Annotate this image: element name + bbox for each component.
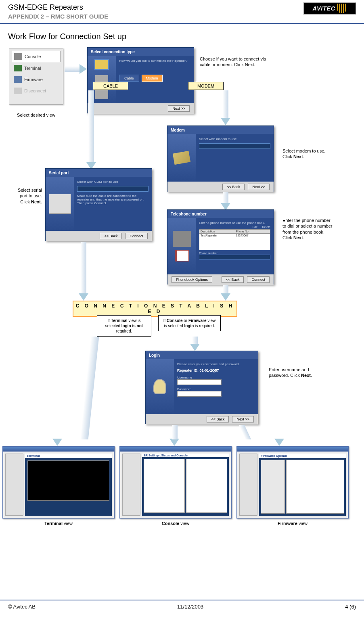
arrow-shaft [81, 242, 86, 294]
modem-card-icon [173, 151, 190, 165]
wizard-desc: Select wich COM port to use [77, 180, 149, 184]
delete-link: Delete [262, 226, 270, 228]
arrow-shaft [172, 425, 178, 439]
modem-label: MODEM [188, 82, 224, 90]
firmware-view-caption: Firmware view [236, 521, 349, 526]
wizard-serial-port: Serial port Select wich COM port to use … [45, 168, 152, 241]
footer-copyright: © Avitec AB [8, 604, 36, 610]
console-note-box: If Console or Firmware view is selected … [158, 315, 221, 331]
connect-button: Connect [125, 233, 148, 239]
terminal-note-box: If Terminal view is selected login is no… [97, 315, 151, 337]
login-note: Enter username and password. Click Next. [269, 367, 321, 379]
back-button: << Back [207, 416, 229, 422]
wizard-connection-type: Select connection type How would you lik… [87, 47, 194, 113]
phonebook-icon [175, 250, 189, 261]
wizard-title: Serial port [46, 169, 152, 177]
wizard-desc: Please enter your username and password. [177, 362, 255, 366]
arrow-shaft [65, 66, 80, 72]
footer-date: 11/12/2003 [177, 604, 203, 610]
logo: AVITEC [303, 2, 356, 15]
wizard-desc: Enter a phone number or use the phone bo… [199, 221, 270, 225]
arrow-shaft [192, 337, 198, 345]
repeater-id: Repeater ID: 01-01-2Q57 [177, 368, 255, 372]
sidebar-views-image: Console Terminal Firmware Disconnect [9, 48, 63, 105]
terminal-view-screenshot: Terminal [2, 446, 115, 519]
arrow-icon [221, 293, 230, 301]
serial-note: Select serial port to use. Click Next. [15, 187, 42, 205]
sidebar-caption: Select desired view [9, 113, 63, 117]
arrow-shaft [88, 90, 94, 163]
arrow-icon [221, 118, 230, 125]
back-button: << Back [222, 184, 245, 190]
wizard-desc2: Make sure the cable are connected to the… [77, 194, 149, 205]
phone-note: Enter the phone number to dial or select… [282, 217, 335, 240]
keypad-icon [173, 231, 191, 247]
logo-icon [337, 4, 347, 13]
arrow-shaft [80, 337, 99, 439]
next-button: Next >> [168, 105, 190, 112]
wizard-telephone: Telephone number Enter a phone number or… [167, 209, 274, 284]
arrow-icon [79, 293, 88, 301]
password-field [177, 391, 222, 397]
arrow-shaft [239, 425, 251, 439]
arrow-icon [190, 344, 200, 351]
sidebar-disconnect: Disconnect [12, 86, 61, 96]
logo-text: AVITEC [313, 5, 335, 12]
username-field [177, 379, 222, 385]
wizard-title: Telephone number [167, 210, 274, 218]
section-title: Work Flow for Connection Set up [8, 32, 356, 41]
arrow-shaft [223, 90, 228, 119]
sidebar-console: Console [12, 51, 61, 62]
wizard-login: Login Please enter your username and pas… [145, 351, 258, 424]
next-button: Next >> [232, 416, 254, 422]
next-button: Next >> [248, 184, 270, 190]
sidebar-firmware: Firmware [12, 74, 61, 85]
phonebook-button: Phonebook Options [172, 276, 212, 283]
console-view-screenshot: BR Settings, Status and Console [119, 446, 232, 519]
wizard-title: Select connection type [88, 48, 194, 56]
connection-established-bar: C O N N E C T I O N E S T A B L I S H E … [73, 301, 237, 317]
back-button: << Back [222, 276, 244, 283]
conn-type-note: Choose if you want to connect via cable … [200, 56, 276, 68]
cube-icon [95, 90, 108, 99]
arrow-icon [169, 439, 179, 446]
arrow-icon [52, 439, 62, 446]
wizard-desc: Select wich modem to use [199, 137, 270, 141]
arrow-icon [79, 64, 87, 74]
sidebar-terminal: Terminal [12, 63, 61, 73]
firmware-view-screenshot: Firmware Upload [236, 446, 349, 519]
wizard-title: Modem [167, 126, 274, 134]
modem-button: Modem [142, 75, 163, 82]
wizard-modem: Modem Select wich modem to use << Back N… [167, 125, 274, 192]
arrow-icon [274, 439, 284, 446]
terminal-view-caption: Terminal view [2, 521, 115, 526]
connect-button: Connect [247, 276, 270, 283]
back-button: << Back [100, 233, 122, 239]
wizard-title: Login [146, 351, 258, 359]
edit-link: Edit [253, 226, 257, 228]
modem-note: Select modem to use. Click Next. [282, 148, 331, 160]
cable-label: CABLE [93, 82, 128, 90]
footer-page: 4 (6) [345, 604, 356, 610]
wizard-desc: How would you like to connect to the Rep… [119, 59, 190, 63]
page-footer: © Avitec AB 11/12/2003 4 (6) [0, 600, 364, 613]
console-view-caption: Console view [119, 521, 232, 526]
cable-icon [49, 194, 71, 214]
cube-icon [95, 60, 108, 69]
arrow-shaft [223, 192, 228, 204]
lock-icon [153, 379, 166, 394]
cable-button: Cable [119, 75, 139, 82]
